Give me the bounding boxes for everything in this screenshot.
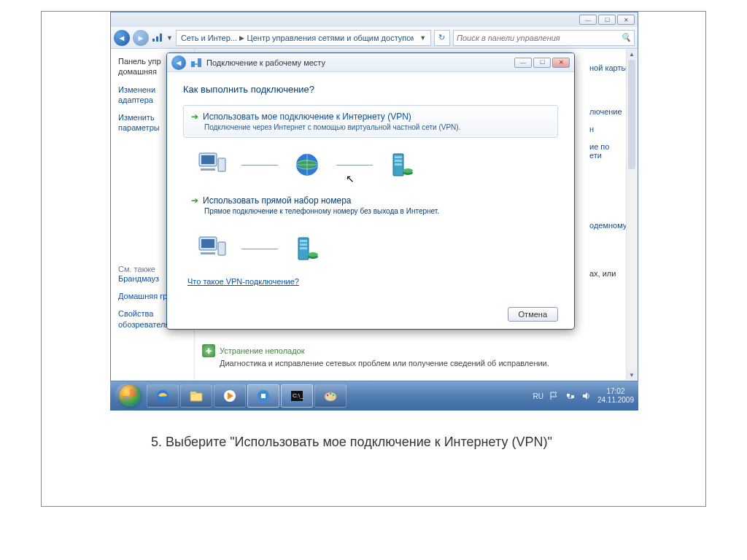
connection-line-icon (336, 165, 373, 166)
troubleshoot-sub: Диагностика и исправление сетевых пробле… (202, 359, 630, 368)
breadcrumb-bar[interactable]: Сеть и Интер... ▶ Центр управления сетям… (176, 30, 431, 46)
svg-rect-3 (201, 155, 214, 164)
tray-clock[interactable]: 17:02 24.11.2009 (597, 387, 634, 405)
option-vpn-title: Использовать мое подключение к Интернету… (203, 112, 411, 122)
arrow-right-icon: ➔ (191, 195, 198, 206)
cancel-button[interactable]: Отмена (508, 307, 558, 322)
vpn-diagram (196, 151, 558, 179)
svg-rect-15 (201, 239, 214, 248)
network-icon (152, 32, 163, 44)
troubleshoot-icon: ✚ (202, 344, 215, 357)
refresh-button[interactable]: ↻ (434, 30, 450, 46)
wizard-minimize-button[interactable]: — (514, 58, 532, 68)
computer-icon (196, 151, 228, 179)
svg-rect-0 (191, 61, 195, 67)
vpn-help-link[interactable]: Что такое VPN-подключение? (187, 277, 558, 286)
svg-text:C:\_: C:\_ (293, 392, 303, 399)
svg-point-13 (403, 168, 413, 173)
search-icon: 🔍 (621, 33, 631, 42)
desktop-area: — ☐ ✕ ◄ ► ▼ Сеть и Интер... ▶ Центр упра… (110, 12, 638, 411)
svg-point-34 (330, 393, 332, 395)
svg-rect-10 (395, 160, 402, 162)
tray-network-icon[interactable] (565, 391, 576, 401)
wizard-footer: Отмена (183, 300, 558, 322)
svg-rect-16 (218, 242, 225, 255)
explorer-scrollbar[interactable]: ▲ ▼ (626, 49, 637, 380)
dialup-diagram (196, 235, 558, 262)
tray-lang[interactable]: RU (533, 392, 543, 400)
instruction-caption: 5. Выберите "Использовать мое подключени… (151, 435, 552, 450)
system-tray: RU 17:02 24.11.2009 (533, 387, 634, 405)
globe-icon (291, 151, 323, 179)
tray-volume-icon[interactable] (581, 391, 592, 401)
taskbar-ie[interactable] (147, 384, 179, 408)
taskbar-paint[interactable] (314, 384, 347, 408)
option-vpn-sub: Подключение через Интернет с помощью вир… (204, 123, 550, 131)
breadcrumb-part-2[interactable]: Центр управления сетями и общим доступом (247, 34, 414, 42)
svg-rect-4 (218, 158, 225, 171)
scroll-down-icon[interactable]: ▼ (627, 370, 637, 380)
svg-point-35 (333, 394, 335, 397)
explorer-navbar: ◄ ► ▼ Сеть и Интер... ▶ Центр управления… (111, 27, 638, 49)
option-dialup-title: Использовать прямой набор номера (203, 195, 351, 206)
connect-workplace-dialog: ◄ Подключение к рабочему месту — ☐ ✕ Как… (166, 52, 575, 330)
wizard-titlebar: ◄ Подключение к рабочему месту — ☐ ✕ (167, 53, 574, 72)
search-box[interactable]: 🔍 (453, 30, 635, 46)
search-input[interactable] (457, 34, 621, 42)
option-vpn[interactable]: ➔ Использовать мое подключение к Интерне… (183, 105, 558, 138)
svg-rect-20 (300, 244, 307, 246)
windows-orb-icon (119, 385, 141, 407)
start-button[interactable] (115, 384, 145, 408)
close-button[interactable]: ✕ (617, 15, 635, 25)
taskbar-controlpanel[interactable] (247, 384, 279, 408)
wizard-back-button[interactable]: ◄ (171, 55, 186, 70)
server-icon (291, 235, 323, 262)
page-frame: — ☐ ✕ ◄ ► ▼ Сеть и Интер... ▶ Центр упра… (41, 11, 706, 507)
svg-rect-19 (300, 240, 307, 242)
svg-rect-11 (395, 163, 402, 166)
troubleshoot-block[interactable]: ✚ Устранение неполадок Диагностика и исп… (202, 344, 630, 368)
server-icon (386, 151, 418, 179)
breadcrumb-part-1[interactable]: Сеть и Интер... (181, 34, 236, 42)
maximize-button[interactable]: ☐ (598, 15, 616, 25)
minimize-button[interactable]: — (579, 15, 597, 25)
svg-rect-29 (261, 394, 266, 398)
scroll-up-icon[interactable]: ▲ (627, 49, 637, 59)
svg-rect-1 (198, 58, 201, 67)
taskbar-wmp[interactable] (214, 384, 246, 408)
troubleshoot-title: Устранение неполадок (220, 346, 305, 355)
wizard-heading: Как выполнить подключение? (183, 84, 558, 95)
nav-back-button[interactable]: ◄ (114, 30, 130, 46)
wizard-icon (190, 57, 202, 69)
taskbar: C:\_ RU 17:02 24.11.2009 (110, 381, 638, 411)
svg-rect-9 (395, 156, 402, 158)
taskbar-cmd[interactable]: C:\_ (281, 384, 313, 408)
arrow-right-icon: ➔ (191, 112, 198, 122)
svg-rect-37 (567, 394, 570, 397)
svg-point-33 (327, 394, 329, 397)
breadcrumb-arrow-icon: ▶ (239, 34, 244, 42)
connection-line-icon (241, 165, 278, 166)
svg-rect-17 (201, 252, 215, 254)
wizard-body: Как выполнить подключение? ➔ Использоват… (167, 72, 574, 329)
computer-icon (196, 235, 228, 262)
wizard-close-button[interactable]: ✕ (552, 58, 570, 68)
option-dialup-sub: Прямое подключение к телефонному номеру … (204, 207, 550, 215)
wizard-maximize-button[interactable]: ☐ (533, 58, 551, 68)
tray-flag-icon[interactable] (549, 391, 560, 401)
explorer-titlebar: — ☐ ✕ (111, 12, 638, 27)
nav-forward-button[interactable]: ► (133, 30, 149, 46)
wizard-title: Подключение к рабочему месту (206, 58, 510, 67)
scroll-thumb[interactable] (628, 60, 635, 169)
svg-point-23 (308, 252, 318, 257)
option-dialup[interactable]: ➔ Использовать прямой набор номера Прямо… (183, 189, 558, 222)
svg-rect-26 (190, 392, 196, 394)
svg-rect-5 (201, 168, 215, 171)
connection-line-icon (241, 249, 278, 249)
tray-date: 24.11.2009 (597, 396, 634, 405)
svg-point-36 (332, 397, 334, 400)
tray-time: 17:02 (597, 387, 634, 396)
svg-rect-21 (300, 247, 307, 249)
taskbar-explorer[interactable] (180, 384, 212, 408)
